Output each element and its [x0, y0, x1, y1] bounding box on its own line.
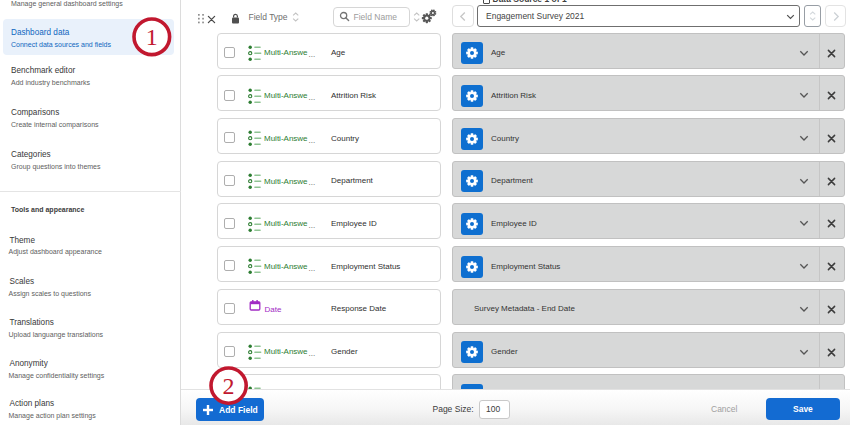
svg-text:2: 2 [223, 373, 235, 399]
svg-text:1: 1 [146, 25, 158, 51]
